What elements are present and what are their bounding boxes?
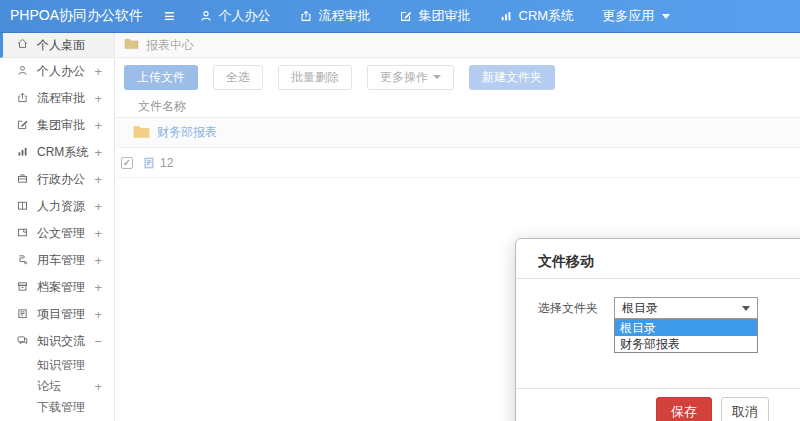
sidebar-item-label: 行政办公 (37, 171, 85, 188)
sidebar-item-archive-management[interactable]: 档案管理 + (0, 274, 114, 301)
upload-box-icon (299, 9, 313, 23)
table-row[interactable]: ✓ 12 (116, 148, 800, 178)
topnav-personal-office[interactable]: 个人办公 (199, 7, 271, 25)
sidebar-item-label: 流程审批 (37, 90, 85, 107)
sidebar-item-knowledge-exchange[interactable]: 知识交流 − (0, 328, 114, 355)
expand-plus-icon[interactable]: + (94, 145, 102, 160)
sidebar-item-human-resources[interactable]: 人力资源 + (0, 193, 114, 220)
table-row[interactable]: 财务部报表 (116, 118, 800, 148)
user-icon (16, 64, 37, 80)
toolbar: 上传文件 全选 批量删除 更多操作 新建文件夹 (116, 58, 800, 90)
top-navigation: 个人办公 流程审批 集团审批 CRM系统 更多应用 (199, 7, 671, 25)
sidebar-item-label: 人力资源 (37, 198, 85, 215)
topnav-workflow-approval[interactable]: 流程审批 (299, 7, 371, 25)
expand-plus-icon[interactable]: + (94, 172, 102, 187)
file-document-icon (142, 156, 156, 170)
sidebar-item-label: 个人桌面 (37, 37, 85, 54)
topnav-group-approval[interactable]: 集团审批 (399, 7, 471, 25)
sidebar-item-label: CRM系统 (37, 144, 88, 161)
folder-select[interactable]: 根目录 (614, 297, 758, 319)
topnav-label: CRM系统 (519, 7, 575, 25)
select-caret-icon (742, 306, 750, 311)
app-screen: PHPOA协同办公软件 ≡ 个人办公 流程审批 集团审批 CRM系统 更多应用 (0, 0, 800, 421)
edit-icon (16, 118, 37, 134)
expand-plus-icon[interactable]: + (94, 253, 102, 268)
folder-icon (133, 124, 157, 142)
more-operations-button[interactable]: 更多操作 (367, 65, 454, 90)
row-checkbox[interactable]: ✓ (121, 157, 133, 169)
dialog-header: 文件移动 (516, 239, 800, 279)
cancel-button[interactable]: 取消 (721, 397, 769, 421)
save-button[interactable]: 保存 (656, 397, 712, 421)
expand-plus-icon[interactable]: + (94, 280, 102, 295)
sidebar-item-group-approval[interactable]: 集团审批 + (0, 112, 114, 139)
caret-down-icon (662, 14, 670, 19)
sidebar-subitem-knowledge-management[interactable]: 知识管理 (0, 355, 114, 376)
sidebar-item-label: 知识交流 (37, 333, 85, 350)
sidebar-item-workflow-approval[interactable]: 流程审批 + (0, 85, 114, 112)
expand-plus-icon[interactable]: + (94, 226, 102, 241)
sidebar-item-vehicle-management[interactable]: 用车管理 + (0, 247, 114, 274)
home-icon (16, 37, 37, 53)
expand-plus-icon[interactable]: + (94, 379, 102, 394)
user-icon (199, 9, 213, 23)
sidebar-subitem-label: 知识管理 (37, 357, 85, 374)
topnav-label: 集团审批 (419, 7, 471, 25)
sidebar-item-document-management[interactable]: 公文管理 + (0, 220, 114, 247)
archive-icon (16, 280, 37, 296)
book-icon (16, 199, 37, 215)
sidebar-subitem-label: 论坛 (37, 378, 61, 395)
expand-plus-icon[interactable]: + (94, 64, 102, 79)
sidebar-item-label: 个人办公 (37, 63, 85, 80)
choose-folder-label: 选择文件夹 (538, 300, 598, 317)
briefcase-icon (16, 172, 37, 188)
dropdown-option-root[interactable]: 根目录 (615, 320, 757, 336)
sidebar-subitem-forum[interactable]: 论坛 + (0, 376, 114, 397)
expand-plus-icon[interactable]: + (94, 118, 102, 133)
document-icon (16, 226, 37, 242)
sidebar-subitem-label: 下载管理 (37, 399, 85, 416)
dialog-footer: 保存 取消 (516, 388, 800, 421)
choose-folder-row: 选择文件夹 根目录 (538, 297, 800, 319)
sidebar: 个人桌面 个人办公 + 流程审批 + 集团审批 + CRM系统 + 行政办公 + (0, 33, 115, 421)
sidebar-item-label: 档案管理 (37, 279, 85, 296)
topnav-label: 更多应用 (602, 7, 654, 25)
sidebar-subitem-download-management[interactable]: 下载管理 (0, 397, 114, 418)
expand-plus-icon[interactable]: + (94, 307, 102, 322)
bar-chart-icon (499, 9, 513, 23)
sidebar-item-admin-office[interactable]: 行政办公 + (0, 166, 114, 193)
sidebar-item-crm-system[interactable]: CRM系统 + (0, 139, 114, 166)
caret-down-icon (433, 75, 441, 79)
sidebar-item-label: 用车管理 (37, 252, 85, 269)
sidebar-item-label: 项目管理 (37, 306, 85, 323)
expand-plus-icon[interactable]: + (94, 91, 102, 106)
sidebar-item-personal-desktop[interactable]: 个人桌面 (0, 33, 114, 58)
sidebar-item-personal-office[interactable]: 个人办公 + (0, 58, 114, 85)
edit-icon (399, 9, 413, 23)
app-brand: PHPOA协同办公软件 (0, 7, 150, 25)
batch-delete-button[interactable]: 批量删除 (278, 65, 352, 90)
select-all-button[interactable]: 全选 (213, 65, 263, 90)
collapse-minus-icon[interactable]: − (94, 334, 102, 349)
topnav-label: 个人办公 (219, 7, 271, 25)
sidebar-item-project-management[interactable]: 项目管理 + (0, 301, 114, 328)
folder-name-link[interactable]: 财务部报表 (157, 124, 217, 141)
upload-file-button[interactable]: 上传文件 (124, 65, 198, 90)
expand-plus-icon[interactable]: + (94, 199, 102, 214)
upload-box-icon (16, 91, 37, 107)
new-folder-button[interactable]: 新建文件夹 (469, 65, 555, 90)
clipboard-icon (16, 307, 37, 323)
file-name-label: 12 (160, 156, 173, 170)
breadcrumb-label: 报表中心 (146, 37, 194, 54)
dropdown-option-finance-reports[interactable]: 财务部报表 (615, 336, 757, 352)
folder-select-dropdown: 根目录 财务部报表 (614, 319, 758, 353)
more-operations-label: 更多操作 (380, 69, 428, 86)
topnav-more-apps[interactable]: 更多应用 (602, 7, 670, 25)
hamburger-menu-icon[interactable]: ≡ (164, 7, 175, 25)
topbar: PHPOA协同办公软件 ≡ 个人办公 流程审批 集团审批 CRM系统 更多应用 (0, 0, 800, 33)
topnav-label: 流程审批 (319, 7, 371, 25)
topnav-crm-system[interactable]: CRM系统 (499, 7, 575, 25)
dialog-body: 选择文件夹 根目录 根目录 财务部报表 (516, 279, 800, 388)
bar-chart-icon (16, 145, 37, 161)
sidebar-item-label: 公文管理 (37, 225, 85, 242)
